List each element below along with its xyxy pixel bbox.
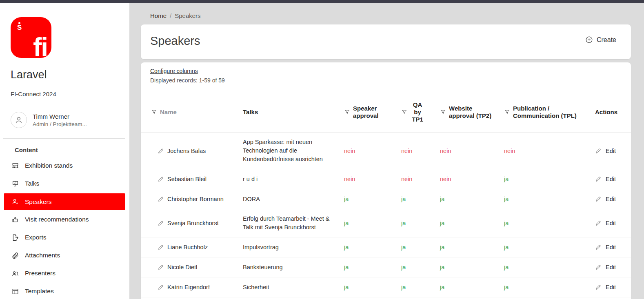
column-label: Website approval (TP2) <box>449 105 494 120</box>
table-row: Jochens BalasApp Sparkasse: mit neuen Te… <box>141 133 631 169</box>
sidebar-item-attachments[interactable]: Attachments <box>0 246 129 264</box>
column-header-speaker[interactable]: Speaker approval <box>344 105 401 120</box>
pencil-icon <box>595 176 602 182</box>
speaker-approval-value: ja <box>344 264 349 270</box>
website-approval-value: ja <box>440 196 444 202</box>
pencil-icon <box>595 264 602 270</box>
pencil-icon <box>595 196 602 202</box>
qa-approval-value: nein <box>401 148 412 154</box>
sidebar-item-exhibition-stands[interactable]: Exhibition stands <box>0 157 129 175</box>
speaker-name-cell: Sebastian Bleil <box>151 176 243 182</box>
filter-icon[interactable] <box>344 109 350 115</box>
speaker-name-cell: Katrin Eigendorf <box>151 284 243 290</box>
column-header-website[interactable]: Website approval (TP2) <box>440 105 504 120</box>
filter-icon[interactable] <box>401 109 407 115</box>
edit-pencil-icon[interactable] <box>158 220 164 226</box>
publication-approval-value: nein <box>504 148 515 154</box>
breadcrumb-home[interactable]: Home <box>150 12 167 19</box>
website-approval-value: ja <box>440 264 444 270</box>
pencil-icon <box>595 284 602 290</box>
sidebar-item-speakers[interactable]: Speakers <box>4 193 125 210</box>
main-content: Home / Speakers Speakers Create Configur… <box>129 3 644 299</box>
records-count: Displayed records: 1-59 of 59 <box>150 77 225 84</box>
create-button[interactable]: Create <box>585 36 616 44</box>
sidebar-item-presenters[interactable]: Presenters <box>0 264 129 282</box>
user-role: Admin / Projektteam... <box>33 121 87 127</box>
sidebar-item-visit-recommendations[interactable]: Visit recommendations <box>0 210 129 228</box>
edit-button-label: Edit <box>606 244 616 250</box>
talk-title: DORA <box>243 195 338 204</box>
edit-pencil-icon[interactable] <box>158 244 164 250</box>
sidebar-item-exports[interactable]: Exports <box>0 228 129 246</box>
edit-button[interactable]: Edit <box>595 244 616 250</box>
edit-button[interactable]: Edit <box>595 264 616 270</box>
edit-pencil-icon[interactable] <box>158 196 164 202</box>
edit-button[interactable]: Edit <box>595 284 616 290</box>
sidebar-item-talks[interactable]: Talks <box>0 175 129 193</box>
top-window-bar <box>0 0 644 3</box>
exhibition-stand-icon <box>11 162 19 170</box>
qa-approval-value: ja <box>401 220 406 226</box>
website-approval-value: ja <box>440 284 444 290</box>
edit-button-label: Edit <box>606 284 616 290</box>
speakers-table: NameTalksSpeaker approvalQA by TP1Websit… <box>141 92 631 297</box>
edit-pencil-icon[interactable] <box>158 148 164 154</box>
column-label: Talks <box>243 109 258 116</box>
column-header-name[interactable]: Name <box>151 109 243 116</box>
paperclip-icon <box>11 252 19 259</box>
website-approval-value: nein <box>440 176 451 182</box>
qa-approval-value: ja <box>401 284 406 290</box>
publication-approval-value: ja <box>504 220 509 226</box>
page-header-card: Speakers Create <box>141 24 631 59</box>
filter-icon[interactable] <box>151 109 157 115</box>
column-header-publication[interactable]: Publication / Communication (TPL) <box>504 105 595 120</box>
edit-button-label: Edit <box>606 264 616 270</box>
filter-icon[interactable] <box>440 109 446 115</box>
table-row: Katrin EigendorfSicherheitjajajajaEdit <box>141 277 631 297</box>
edit-button[interactable]: Edit <box>595 148 616 154</box>
website-approval-value: ja <box>440 244 444 250</box>
speaker-name-cell: Jochens Balas <box>151 148 243 154</box>
sidebar-item-label: Presenters <box>25 270 56 277</box>
speaker-name: Katrin Eigendorf <box>167 284 210 290</box>
speaker-approval-value: ja <box>344 244 349 250</box>
pencil-icon <box>595 148 602 154</box>
speaker-person-icon <box>11 198 19 206</box>
sidebar-item-templates[interactable]: Templates <box>0 282 129 299</box>
user-info[interactable]: Timm Werner Admin / Projektteam... <box>11 112 87 128</box>
edit-pencil-icon[interactable] <box>158 284 164 290</box>
app-subtitle: FI-Connect 2024 <box>11 91 56 97</box>
talk-title: r u d i <box>243 175 338 184</box>
sidebar-item-label: Templates <box>25 288 54 295</box>
sparkasse-s-icon: S <box>17 22 22 31</box>
edit-pencil-icon[interactable] <box>158 264 164 270</box>
speaker-name: Sebastian Bleil <box>167 176 207 182</box>
edit-button[interactable]: Edit <box>595 176 616 182</box>
table-row: Liane BuchholzImpulsvortragjajajajaEdit <box>141 237 631 257</box>
publication-approval-value: ja <box>504 196 509 202</box>
talk-title: Impulsvortrag <box>243 243 338 252</box>
qa-approval-value: ja <box>401 244 406 250</box>
speaker-approval-value: ja <box>344 220 349 226</box>
pencil-icon <box>595 220 602 226</box>
table-header-row: NameTalksSpeaker approvalQA by TP1Websit… <box>141 92 631 133</box>
page-title: Speakers <box>150 34 200 48</box>
sidebar-item-label: Attachments <box>25 252 60 259</box>
user-name: Timm Werner <box>33 113 87 120</box>
edit-pencil-icon[interactable] <box>158 176 164 182</box>
column-header-talk: Talks <box>243 109 344 116</box>
configure-columns-link[interactable]: Configure columns <box>150 68 198 74</box>
edit-button-label: Edit <box>606 220 616 226</box>
speaker-name-cell: Nicole Dietl <box>151 264 243 270</box>
edit-button-label: Edit <box>606 148 616 154</box>
column-header-qa[interactable]: QA by TP1 <box>401 101 440 123</box>
edit-button[interactable]: Edit <box>595 196 616 202</box>
speaker-approval-value: nein <box>344 148 355 154</box>
edit-button[interactable]: Edit <box>595 220 616 226</box>
website-approval-value: nein <box>440 148 451 154</box>
fi-logo-letters: fi <box>33 34 47 58</box>
filter-icon[interactable] <box>504 109 510 115</box>
website-approval-value: ja <box>440 220 444 226</box>
people-icon <box>11 270 19 277</box>
sidebar-item-label: Exhibition stands <box>25 162 73 169</box>
